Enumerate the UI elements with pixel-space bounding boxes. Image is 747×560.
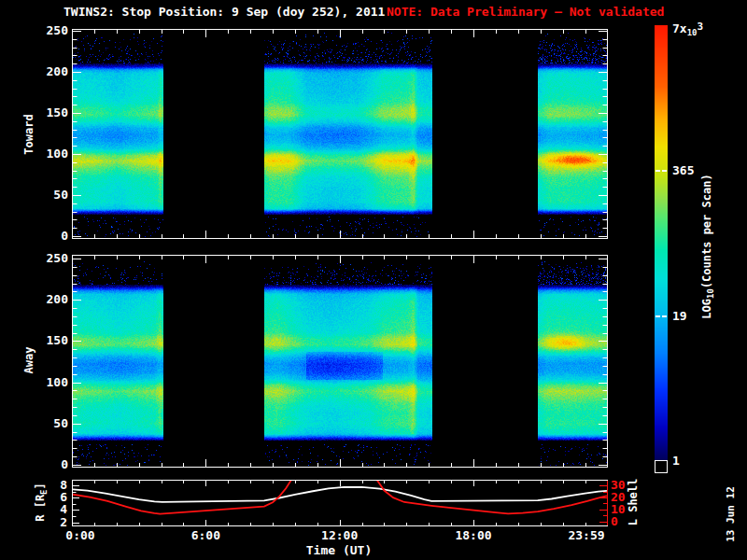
r-ytick-label: 6 bbox=[26, 490, 67, 504]
xtick-label: 0:00 bbox=[52, 528, 108, 542]
xaxis-title: Time (UT) bbox=[283, 543, 395, 557]
toward-ytick-label: 250 bbox=[27, 23, 68, 37]
colorbar-tick-label: 1 bbox=[672, 454, 738, 468]
xtick-label: 18:00 bbox=[445, 528, 501, 542]
toward-ytick-label: 200 bbox=[27, 64, 68, 78]
colorbar-tick-label: 19 bbox=[672, 309, 738, 323]
r-ytick-label: 2 bbox=[26, 515, 67, 529]
toward-ytick-label: 0 bbox=[27, 229, 68, 243]
twins2-spectrogram-screen: TWINS2: Stop Position: 9 Sep (doy 252), … bbox=[0, 0, 747, 560]
page-title: TWINS2: Stop Position: 9 Sep (doy 252), … bbox=[63, 6, 385, 19]
orbit-line-plot-canvas bbox=[72, 480, 608, 526]
toward-spectrogram-canvas bbox=[72, 29, 608, 239]
lshell-ytick-label: 30 bbox=[611, 478, 648, 492]
colorbar-tick-label: 365 bbox=[672, 163, 738, 177]
r-ytick-label: 4 bbox=[26, 502, 67, 516]
xtick-label: 23:59 bbox=[558, 528, 614, 542]
away-ytick-label: 150 bbox=[27, 333, 68, 347]
away-ytick-label: 50 bbox=[27, 416, 68, 430]
away-ytick-label: 200 bbox=[27, 292, 68, 306]
xtick-label: 12:00 bbox=[312, 528, 368, 542]
xtick-label: 6:00 bbox=[177, 528, 233, 542]
away-ytick-label: 100 bbox=[27, 375, 68, 389]
colorbar-axis-label: LOG10(Counts per Scan) bbox=[700, 174, 715, 318]
preliminary-warning: NOTE: Data Preliminary — Not validated bbox=[387, 6, 664, 19]
away-spectrogram-canvas bbox=[72, 255, 608, 468]
r-ytick-label: 8 bbox=[26, 478, 67, 492]
toward-ytick-label: 50 bbox=[27, 188, 68, 202]
away-axis-label: Away bbox=[22, 347, 35, 374]
toward-ytick-label: 150 bbox=[27, 105, 68, 119]
toward-ytick-label: 100 bbox=[27, 147, 68, 161]
away-ytick-label: 0 bbox=[27, 457, 68, 471]
away-ytick-label: 250 bbox=[27, 251, 68, 265]
colorbar bbox=[655, 25, 668, 473]
colorbar-max-label: 7x103 bbox=[672, 21, 738, 37]
plot-datestamp: 13 Jun 12 bbox=[725, 486, 737, 542]
